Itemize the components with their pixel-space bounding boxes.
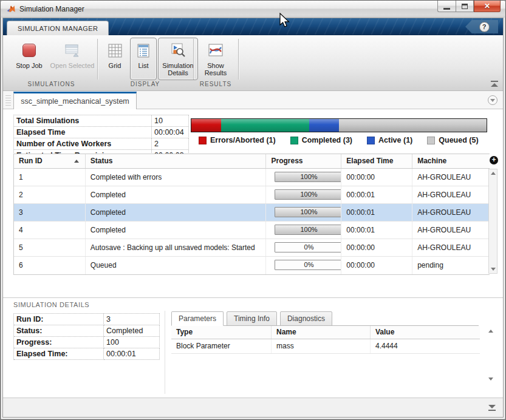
progress-cell: 0% — [266, 257, 341, 274]
group-label-display: DISPLAY — [97, 81, 193, 89]
progress-bar: 0% — [275, 260, 341, 270]
group-separator — [193, 39, 194, 80]
close-button[interactable]: ✕ — [474, 1, 501, 12]
run-row-2[interactable]: 2 Completed 100% 00:00:01 AH-GROULEAU — [14, 186, 490, 204]
summary-label: Total Simulations — [14, 115, 152, 127]
run-row-1[interactable]: 1 Completed with errors 100% 00:00:00 AH… — [14, 169, 490, 186]
stop-job-button[interactable]: Stop Job — [10, 38, 48, 80]
status-cell: Completed — [86, 186, 267, 203]
column-header-status[interactable]: Status — [86, 154, 267, 168]
column-header-progress[interactable]: Progress — [266, 154, 341, 168]
status-cell: Completed — [86, 204, 267, 221]
summary-row: Elapsed Time00:00:04 — [14, 127, 189, 138]
field-value: 3 — [104, 314, 160, 325]
column-header-value[interactable]: Value — [371, 326, 480, 339]
column-header-machine[interactable]: Machine — [412, 154, 490, 168]
field-value: 100 — [104, 337, 160, 348]
params-scroll-up-icon[interactable] — [488, 330, 493, 333]
column-header-name[interactable]: Name — [272, 326, 371, 339]
tab-overflow-button[interactable] — [488, 95, 497, 105]
params-scroll-down-icon[interactable] — [488, 378, 493, 381]
maximize-button[interactable] — [456, 1, 474, 12]
elapsed-cell: 00:00:01 — [341, 222, 412, 239]
minimize-button[interactable] — [437, 1, 456, 12]
parameter-row[interactable]: Block Parameter mass 4.4444 — [171, 339, 480, 354]
run-row-4[interactable]: 4 Completed 100% 00:00:01 AH-GROULEAU — [14, 222, 490, 239]
segment-errors — [191, 119, 221, 132]
run-id-cell: 2 — [14, 186, 86, 203]
machine-cell: AH-GROULEAU — [412, 239, 490, 256]
elapsed-cell: 00:00:00 — [341, 169, 412, 186]
completed-swatch-icon — [290, 137, 298, 144]
minimize-ribbon-button[interactable] — [490, 80, 499, 88]
progress-cell: 100% — [266, 169, 341, 186]
tab-ssc-simple-mechanical-system[interactable]: ssc_simple_mechanical_system — [13, 92, 137, 109]
document-tab-strip: ssc_simple_mechanical_system — [3, 91, 503, 109]
run-row-3-selected[interactable]: 3 Completed 100% 00:00:01 AH-GROULEAU — [14, 204, 490, 222]
runs-table-header: Run ID Status Progress Elapsed Time Mach… — [14, 154, 490, 169]
tab-parameters[interactable]: Parameters — [171, 311, 224, 326]
elapsed-cell: 00:00:00 — [341, 257, 412, 274]
column-header-type[interactable]: Type — [171, 326, 272, 339]
tab-diagnostics[interactable]: Diagnostics — [280, 311, 332, 326]
progress-bar: 100% — [275, 172, 341, 182]
active-swatch-icon — [367, 137, 375, 144]
help-button[interactable]: ? — [465, 20, 498, 33]
tab-simulation-manager[interactable]: SIMULATION MANAGER — [7, 21, 109, 35]
machine-cell: AH-GROULEAU — [412, 186, 490, 203]
expand-panel-button[interactable] — [487, 404, 497, 412]
legend-item-active: Active (1) — [367, 136, 412, 144]
progress-bar: 100% — [275, 225, 341, 235]
summary-value: 2 — [152, 138, 189, 150]
progress-label: 100% — [275, 208, 341, 217]
runs-table: Run ID Status Progress Elapsed Time Mach… — [13, 154, 490, 275]
field-value: Completed — [104, 325, 160, 337]
legend-label: Errors/Aborted (1) — [210, 136, 276, 144]
legend-label: Active (1) — [378, 136, 412, 144]
ribbon-toolbar: Stop Job Open Selected — [3, 35, 503, 91]
run-id-cell: 3 — [14, 204, 86, 221]
queued-swatch-icon — [427, 137, 435, 144]
list-view-button[interactable]: List — [130, 38, 157, 80]
summary-value: 00:00:04 — [152, 127, 189, 138]
progress-cell: 100% — [266, 204, 341, 221]
column-label: Run ID — [19, 157, 43, 165]
progress-label: 0% — [275, 243, 341, 252]
details-field: Elapsed Time:00:00:01 — [14, 348, 160, 360]
add-column-button[interactable]: + — [490, 156, 498, 164]
grid-label: Grid — [109, 62, 121, 69]
elapsed-cell: 00:00:00 — [341, 239, 412, 256]
runs-table-scrollbar[interactable] — [488, 169, 497, 274]
simulation-details-button[interactable]: Simulation Details — [158, 38, 198, 80]
status-legend: Errors/Aborted (1) Completed (3) Active … — [199, 136, 479, 144]
title-bar: Simulation Manager ✕ — [1, 1, 505, 18]
run-row-6[interactable]: 6 Queued 0% 00:00:00 pending — [14, 257, 490, 274]
summary-row: Number of Active Workers2 — [14, 138, 189, 150]
window-body: SIMULATION MANAGER ? Stop Job — [2, 18, 504, 418]
grid-view-button[interactable]: Grid — [101, 38, 129, 80]
progress-bar: 0% — [275, 242, 341, 252]
progress-bar: 100% — [275, 189, 341, 200]
group-label-simulations: SIMULATIONS — [5, 81, 97, 89]
machine-cell: pending — [412, 257, 490, 274]
run-id-cell: 1 — [14, 169, 86, 186]
errors-swatch-icon — [199, 137, 207, 144]
machine-cell: AH-GROULEAU — [412, 222, 490, 239]
progress-cell: 100% — [266, 222, 341, 239]
column-header-elapsed-time[interactable]: Elapsed Time — [341, 154, 412, 168]
summary-label: Elapsed Time — [14, 127, 152, 138]
chevron-down-icon — [490, 99, 495, 102]
show-results-button[interactable]: Show Results — [198, 38, 233, 80]
column-header-run-id[interactable]: Run ID — [14, 154, 86, 168]
segment-active — [309, 119, 339, 132]
status-overview-bar — [191, 118, 487, 132]
show-results-label: Show Results — [199, 62, 233, 76]
simulation-details-label: Simulation Details — [159, 62, 197, 76]
group-separator — [238, 39, 239, 80]
scroll-down-icon[interactable] — [491, 268, 496, 271]
scroll-up-icon[interactable] — [491, 172, 496, 175]
run-row-5[interactable]: 5 Autosave : Backing up all unsaved mode… — [14, 239, 490, 257]
status-cell: Completed — [86, 222, 267, 239]
tab-timing-info[interactable]: Timing Info — [227, 311, 277, 326]
run-id-cell: 4 — [14, 222, 86, 239]
